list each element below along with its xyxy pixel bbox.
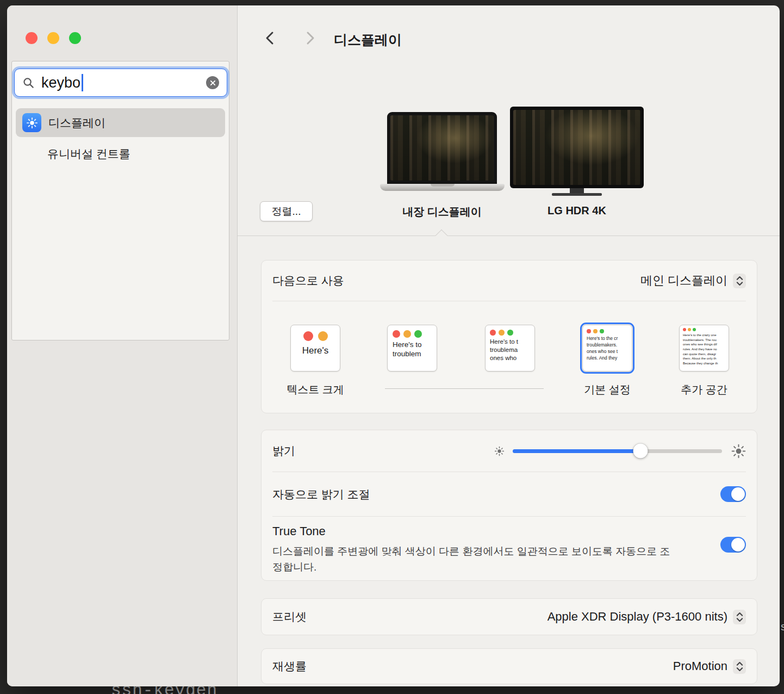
- scaling-option-3[interactable]: Here's to t troublema ones who: [485, 325, 535, 371]
- page-title: 디스플레이: [334, 31, 402, 49]
- arrange-button[interactable]: 정렬...: [260, 201, 313, 221]
- scaling-option-2[interactable]: Here's to troublem: [387, 325, 437, 371]
- preset-panel: 프리셋 Apple XDR Display (P3-1600 nits): [261, 598, 757, 635]
- refresh-rate-value: ProMotion: [673, 659, 727, 673]
- brightness-knob[interactable]: [633, 444, 648, 458]
- true-tone-description: 디스플레이를 주변광에 맞춰 색상이 다른 환경에서도 일관적으로 보이도록 자…: [272, 543, 677, 575]
- auto-brightness-label: 자동으로 밝기 조절: [272, 487, 370, 502]
- scaling-track-line: [385, 388, 544, 389]
- refresh-rate-dropdown[interactable]: [733, 659, 746, 674]
- use-as-label: 다음으로 사용: [272, 273, 344, 288]
- scaling-option-larger-text[interactable]: Here's: [290, 325, 340, 371]
- text-cursor: [82, 74, 83, 91]
- preview-traffic-lights: [291, 325, 340, 341]
- scaling-label-larger-text: 텍스트 크게: [272, 382, 359, 397]
- refresh-rate-panel: 재생률 ProMotion: [261, 648, 757, 684]
- search-result-label: 디스플레이: [48, 115, 105, 131]
- section-divider: [238, 236, 780, 236]
- background-edge-text: s: [780, 621, 784, 634]
- search-result-display[interactable]: 디스플레이: [16, 108, 225, 137]
- brightness-fill: [513, 449, 640, 453]
- brightness-slider[interactable]: [513, 449, 722, 453]
- system-settings-window: keybo 디스플레이: [7, 5, 780, 686]
- preset-label: 프리셋: [272, 609, 307, 624]
- x-icon: [210, 80, 216, 86]
- brightness-min-icon: [494, 446, 505, 456]
- search-input[interactable]: keybo: [14, 69, 227, 97]
- selected-display-notch: [435, 230, 448, 242]
- scaling-label-more-space: 추가 공간: [661, 382, 748, 397]
- scaling-option-default[interactable]: Here's to the cr troublemakers. ones who…: [582, 325, 632, 371]
- minimize-button[interactable]: [47, 32, 59, 44]
- close-button[interactable]: [26, 32, 38, 44]
- display-thumbnail-external[interactable]: [510, 107, 644, 188]
- sidebar: keybo 디스플레이: [7, 5, 238, 686]
- display-thumbnail-builtin[interactable]: [387, 112, 497, 184]
- brightness-max-icon: [731, 444, 746, 458]
- true-tone-toggle[interactable]: [720, 537, 746, 553]
- macbook-base: [380, 184, 505, 191]
- preset-dropdown[interactable]: [733, 610, 746, 624]
- scaling-option-more-space[interactable]: Here's to the crazy one troublemakers. T…: [679, 325, 729, 371]
- true-tone-label: True Tone: [272, 524, 677, 538]
- search-query: keybo: [41, 75, 80, 91]
- preview-traffic-lights: [388, 325, 437, 338]
- preset-value: Apple XDR Display (P3-1600 nits): [547, 610, 727, 624]
- wallpaper-preview: [513, 110, 640, 185]
- clear-search-button[interactable]: [206, 76, 219, 89]
- scaling-label-default: 기본 설정: [564, 382, 651, 397]
- preview-traffic-lights: [486, 325, 534, 336]
- search-result-universal-control[interactable]: 유니버설 컨트롤: [16, 140, 225, 168]
- brightness-panel: 밝기 자동으로 밝기 조절: [261, 430, 757, 581]
- preview-traffic-lights: [583, 325, 632, 333]
- preview-traffic-lights: [680, 325, 729, 331]
- zoom-button[interactable]: [69, 32, 81, 44]
- forward-button[interactable]: [304, 30, 316, 46]
- search-results-popup: [11, 61, 229, 340]
- use-as-value: 메인 디스플레이: [640, 272, 727, 289]
- use-as-dropdown[interactable]: [733, 274, 746, 288]
- monitor-base: [552, 193, 602, 196]
- search-icon: [22, 77, 35, 89]
- brightness-label: 밝기: [272, 443, 295, 458]
- auto-brightness-toggle[interactable]: [720, 486, 746, 502]
- back-button[interactable]: [264, 30, 276, 46]
- display-label-external: LG HDR 4K: [506, 205, 648, 217]
- display-settings-panel: 다음으로 사용 메인 디스플레이 Here's Here's to troubl…: [261, 260, 757, 413]
- desktop: ssh-keygen s keybo: [0, 0, 784, 694]
- wallpaper-preview: [390, 115, 494, 181]
- display-brightness-icon: [22, 113, 41, 132]
- display-label-builtin: 내장 디스플레이: [371, 205, 513, 219]
- search-result-label: 유니버설 컨트롤: [47, 146, 130, 162]
- refresh-rate-label: 재생률: [272, 659, 307, 674]
